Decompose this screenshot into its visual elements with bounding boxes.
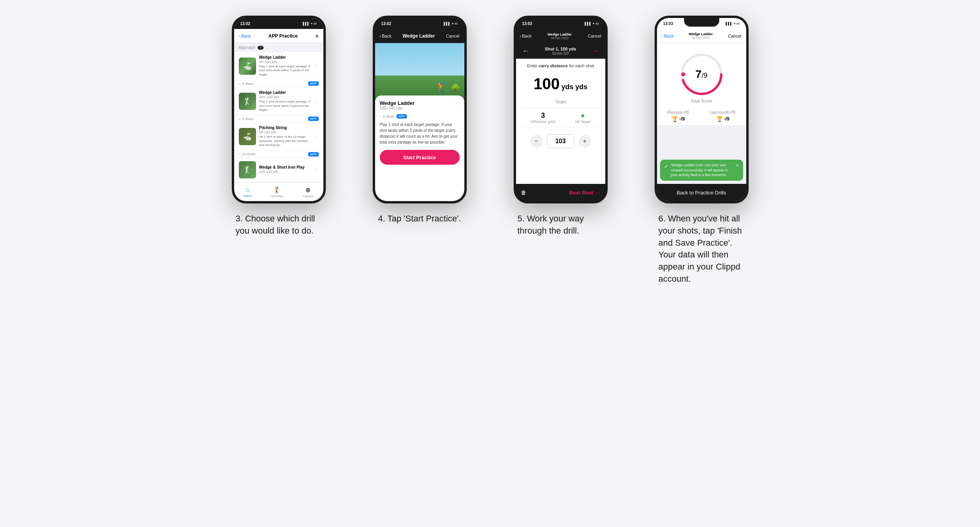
section-badge-1: 7 — [258, 46, 263, 50]
last-month-pb-label: Last month PB — [710, 110, 736, 115]
target-label-3: Target — [521, 100, 601, 104]
drill-footer-2: ○ 9 shots APP — [234, 115, 323, 122]
next-shot-button[interactable]: Next Shot → — [569, 190, 601, 196]
drill-desc-1: Play 1 shot at each target yardage. If y… — [259, 65, 311, 77]
drill-range-2: 100–140 yds — [259, 95, 311, 99]
drill-title-3: Wedge Ladder — [548, 32, 572, 36]
golf-figure-icon-2: 🏌️ — [243, 97, 252, 106]
drill-item-4[interactable]: 🏌️ Wedge & Short Iron Play 100-140 yds ☆ — [234, 158, 323, 182]
detail-header-2: Wedge Ladder 100–140 yds ☆ — [380, 100, 460, 113]
tab-capture[interactable]: ⊕ Capture — [303, 186, 314, 198]
drill-name-2: Wedge Ladder — [259, 90, 311, 95]
carry-distance-input[interactable]: 103 — [547, 134, 574, 148]
score-big-4: 7 — [695, 68, 702, 80]
phone-section-1: 13:02 ▌▌▌ ▾ 46 ‹ Back APP Practice ≡ — [216, 16, 341, 237]
toast-close-icon[interactable]: ✕ — [735, 163, 739, 168]
nav-back-2[interactable]: ‹ Back — [380, 34, 392, 38]
golf-figure-icon-4: 🏌️ — [243, 165, 252, 174]
phone-section-2: 13:02 ▌▌▌ ▾ 46 ‹ Back Wedge Ladder Cance… — [357, 16, 482, 225]
drill-range-1: 50–100 yds — [259, 60, 311, 64]
drill-item-1[interactable]: ⛳ Wedge Ladder 50–100 yds Play 1 shot at… — [234, 52, 323, 80]
success-toast-4: ✓ 'Wedge Ladder (100–140 yds)' was creat… — [660, 160, 743, 181]
nav-back-3[interactable]: ‹ Back — [520, 34, 532, 38]
app-badge-2: APP — [308, 117, 318, 121]
pb-section-4: Previous PB 🏆 -/9 Last month PB 🏆 -/9 — [657, 107, 746, 125]
shot-progress-3: ← Shot 1, 100 yds Score 5/9 → — [516, 43, 605, 59]
golf-figure-icon-3: ⛳ — [243, 132, 252, 141]
tab-activities[interactable]: 🏌 Activities — [271, 186, 283, 198]
practice-content-3: Enter carry distance for each shot 100 y… — [516, 59, 605, 184]
star-icon-1[interactable]: ☆ — [314, 63, 319, 69]
phone-screen-4: 13:03 ▌▌▌ ▾ 46 ‹ Back Wedge Ladder 06 Ma… — [657, 18, 746, 201]
nav-back-4[interactable]: ‹ Back — [662, 34, 674, 38]
section-header-1: Approach 7 — [234, 43, 323, 52]
back-to-practice-button[interactable]: Back to Practice Drills — [677, 190, 726, 196]
difference-value: 3 — [531, 112, 555, 120]
drill-thumb-2: 🏌️ — [239, 93, 256, 110]
status-time-1: 13:02 — [240, 22, 251, 26]
phone-notch-1 — [261, 18, 296, 27]
results-sub-4: 06 Mar 2023 — [689, 36, 713, 40]
star-icon-3[interactable]: ☆ — [314, 134, 319, 139]
caption-3: 5. Work your way through the drill. — [518, 213, 604, 237]
hamburger-icon-1[interactable]: ≡ — [315, 33, 318, 39]
svg-point-2 — [681, 72, 685, 76]
next-arrow-icon[interactable]: → — [592, 47, 599, 55]
tab-home[interactable]: ⌂ Home — [244, 186, 252, 198]
nav-cancel-3[interactable]: Cancel — [588, 34, 601, 38]
trophy-icon-1: 🏆 — [671, 116, 678, 122]
chevron-icon-1: ‹ — [239, 34, 240, 38]
enter-carry-label-3: Enter carry distance for each shot — [521, 63, 601, 68]
start-practice-button[interactable]: Start Practice — [380, 150, 460, 165]
minus-button[interactable]: − — [531, 135, 542, 147]
nav-bar-1: ‹ Back APP Practice ≡ — [234, 29, 323, 43]
target-yards-3: 100 — [534, 75, 560, 92]
drill-desc-2: Play 1 shot at each target yardage. If y… — [259, 100, 311, 112]
circle-wrap-4: 7/9 — [678, 51, 725, 98]
drill-desc-3: Hit 1 shot at each of the 10 target dist… — [259, 135, 311, 147]
drill-name-3: Pitching String — [259, 126, 311, 130]
nav-cancel-2[interactable]: Cancel — [446, 34, 459, 38]
phone-screen-1: 13:02 ▌▌▌ ▾ 46 ‹ Back APP Practice ≡ — [234, 18, 323, 201]
status-icons-1: ▌▌▌ ▾ 46 — [303, 22, 317, 25]
star-icon-2[interactable]: ☆ — [314, 99, 319, 104]
nav-cancel-4[interactable]: Cancel — [728, 34, 741, 38]
toast-text-4: 'Wedge Ladder (100–140 yds)' was created… — [671, 163, 733, 178]
trash-icon[interactable]: 🗑 — [521, 189, 526, 196]
nav-back-1[interactable]: ‹ Back — [239, 34, 251, 38]
phone-frame-4: 13:03 ▌▌▌ ▾ 46 ‹ Back Wedge Ladder 06 Ma… — [655, 16, 749, 203]
drill-item-3[interactable]: ⛳ Pitching String 55-100 yds Hit 1 shot … — [234, 122, 323, 151]
yards-unit-3: yds — [561, 83, 574, 91]
shots-info-3: ○ 10 shots — [239, 152, 255, 156]
phone-screen-2: 13:02 ▌▌▌ ▾ 46 ‹ Back Wedge Ladder Cance… — [375, 18, 464, 201]
tree-icon: 🌳 — [450, 84, 460, 94]
phone-frame-3: 13:03 ▌▌▌ ▾ 46 ‹ Back Wedge Ladder 06 Ma… — [514, 16, 608, 203]
prev-arrow-icon[interactable]: ← — [522, 47, 529, 55]
detail-shots-row-2: ○ 9 shots APP — [380, 114, 460, 119]
star-icon-4[interactable]: ☆ — [314, 167, 319, 173]
drill-name-1: Wedge Ladder — [259, 55, 311, 59]
detail-shots-2: ○ 9 shots — [380, 115, 394, 119]
previous-pb-value: 🏆 -/9 — [667, 116, 689, 122]
dark-nav-3: ‹ Back Wedge Ladder 06 Mar 2023 Cancel — [516, 29, 605, 43]
status-icons-3: ▌▌▌ ▾ 46 — [585, 22, 599, 25]
status-icons-2: ▌▌▌ ▾ 46 — [444, 22, 458, 25]
hit-target-stat: ● Hit Target — [576, 112, 590, 124]
difference-label: Difference (yds) — [531, 120, 555, 124]
drill-range-4: 100-140 yds — [259, 170, 311, 174]
results-title-4: Wedge Ladder — [689, 32, 713, 36]
trophy-icon-2: 🏆 — [716, 116, 723, 122]
drill-info-4: Wedge & Short Iron Play 100-140 yds — [259, 165, 311, 174]
plus-button[interactable]: + — [579, 135, 591, 147]
nav-title-2: Wedge Ladder — [402, 33, 435, 39]
drill-name-4: Wedge & Short Iron Play — [259, 165, 311, 169]
drill-item-2[interactable]: 🏌️ Wedge Ladder 100–140 yds Play 1 shot … — [234, 87, 323, 115]
shot-title-3: Shot 1, 100 yds — [545, 47, 576, 51]
target-display-3: 100 yds yds — [521, 72, 601, 96]
nav-left-3: ‹ Back — [520, 34, 532, 38]
checkmark-icon: ✓ — [664, 163, 669, 169]
star-icon-detail[interactable]: ☆ — [455, 100, 460, 106]
hit-target-label: Hit Target — [576, 120, 590, 124]
phone-screen-3: 13:03 ▌▌▌ ▾ 46 ‹ Back Wedge Ladder 06 Ma… — [516, 18, 605, 201]
app-badge-3: APP — [308, 152, 318, 156]
